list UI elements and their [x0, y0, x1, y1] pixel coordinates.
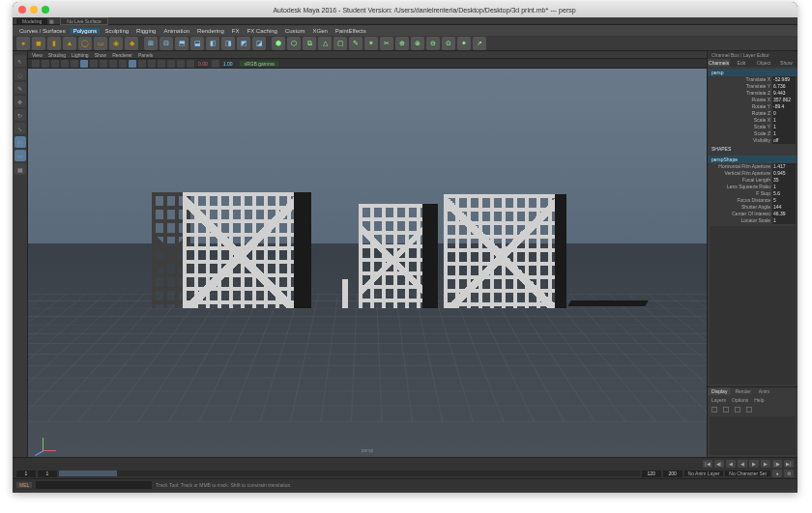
tab-show[interactable]: Show [775, 59, 798, 67]
attr-row[interactable]: Translate Y6.736 [708, 83, 798, 90]
script-mode-toggle[interactable]: MEL [16, 482, 32, 488]
anim-layer-dropdown[interactable]: No Anim Layer [684, 470, 724, 476]
combine-icon[interactable]: ⊞ [144, 37, 158, 50]
vp-film-gate-icon[interactable] [90, 60, 98, 68]
vp-shadows-icon[interactable] [158, 60, 165, 68]
attr-row[interactable]: Center Of Interest46.39 [708, 211, 798, 217]
workspace-dropdown[interactable]: Modeling [16, 18, 47, 24]
vp-gamma-icon[interactable] [212, 60, 219, 68]
bridge-icon[interactable]: ⬓ [190, 37, 204, 50]
layer-menu-layers[interactable]: Layers [711, 397, 726, 403]
cleanup-icon[interactable]: ✶ [364, 37, 378, 50]
shelf-tab[interactable]: Custom [282, 28, 308, 34]
layer-list[interactable] [710, 416, 796, 455]
shape-node-name[interactable]: perspShape [708, 156, 798, 163]
append-icon[interactable]: ◩ [237, 37, 250, 50]
autokey-icon[interactable]: ● [772, 470, 782, 477]
close-icon[interactable] [18, 6, 26, 14]
step-fwd-key-icon[interactable]: |▶ [772, 460, 782, 468]
attr-row[interactable]: Rotate Y-89.4 [708, 103, 798, 110]
vp-shaded-icon[interactable] [129, 60, 136, 68]
normal-icon[interactable]: ↗ [473, 37, 486, 50]
attr-row[interactable]: Scale Y1 [708, 124, 798, 130]
vp-grease-icon[interactable] [71, 60, 78, 68]
attr-row[interactable]: Scale Z1 [708, 130, 798, 137]
tab-edit[interactable]: Edit [730, 59, 752, 67]
shelf-tab[interactable]: Rendering [194, 28, 227, 34]
extrude-icon[interactable]: ⬒ [175, 37, 188, 50]
poly-plane-icon[interactable]: ▭ [94, 37, 107, 50]
shelf-tab[interactable]: Sculpting [102, 28, 131, 34]
shelf-tab[interactable]: Animation [160, 28, 192, 34]
poly-cylinder-icon[interactable]: ▮ [47, 37, 61, 50]
poly-cube-icon[interactable]: ◼ [32, 37, 45, 50]
vp-bookmark-icon[interactable] [42, 60, 49, 68]
step-fwd-icon[interactable]: ▶ [761, 460, 770, 468]
range-end-field[interactable]: 200 [663, 470, 682, 477]
vp-menu-show[interactable]: Show [95, 52, 107, 58]
prefs-icon[interactable]: ⚙ [784, 470, 794, 477]
shelf-tab-selected[interactable]: Polygons [71, 28, 101, 34]
step-back-key-icon[interactable]: ◀| [714, 460, 724, 468]
quad-icon[interactable]: ▢ [334, 37, 347, 50]
layer-menu-help[interactable]: Help [754, 397, 764, 403]
viewport[interactable]: persp [28, 69, 707, 457]
tab-object[interactable]: Object [753, 59, 775, 67]
poly-sphere-icon[interactable]: ● [16, 37, 30, 50]
range-slider[interactable] [59, 470, 640, 476]
vp-select-camera-icon[interactable] [32, 60, 40, 68]
separate-icon[interactable]: ⊟ [160, 37, 173, 50]
mirror-icon[interactable]: ⧉ [303, 37, 316, 50]
shelf-tab[interactable]: XGen [310, 28, 331, 34]
fill-icon[interactable]: ◨ [221, 37, 235, 50]
merge-icon[interactable]: ⊗ [411, 37, 424, 50]
go-start-icon[interactable]: |◀ [703, 460, 712, 468]
range-inner-end-field[interactable]: 120 [642, 470, 661, 477]
vp-isolate-icon[interactable] [167, 60, 175, 68]
vp-menu-panels[interactable]: Panels [138, 52, 153, 58]
shelf-tab[interactable]: FX Caching [244, 28, 279, 34]
color-management-dropdown[interactable]: sRGB gamma [240, 61, 277, 67]
edge-loop-icon[interactable]: ⊖ [426, 37, 440, 50]
smooth-icon[interactable]: ⬢ [272, 37, 285, 50]
collapse-icon[interactable]: ◪ [252, 37, 266, 50]
attr-row[interactable]: Locator Scale1 [708, 217, 798, 224]
tab-display[interactable]: Display [708, 387, 731, 395]
shelf-toggle-icon[interactable]: ▦ [47, 18, 56, 24]
vp-res-gate-icon[interactable] [100, 60, 107, 68]
attr-row[interactable]: Rotate X357.862 [708, 97, 798, 103]
range-start-field[interactable]: 1 [16, 470, 36, 477]
vp-gate-mask-icon[interactable] [109, 60, 117, 68]
offset-icon[interactable]: ⊙ [442, 37, 455, 50]
shelf-tab[interactable]: Curves / Surfaces [16, 28, 69, 34]
command-input[interactable] [36, 481, 152, 489]
paint-tool-icon[interactable]: ✎ [14, 82, 26, 94]
triangulate-icon[interactable]: △ [318, 37, 332, 50]
target-weld-icon[interactable]: ⊕ [395, 37, 409, 50]
attr-row[interactable]: Vertical Film Aperture0.945 [708, 170, 798, 177]
attr-row[interactable]: Focus Distance5 [708, 197, 798, 204]
vp-menu-view[interactable]: View [32, 52, 43, 58]
vp-grid-icon[interactable] [80, 60, 88, 68]
attr-row[interactable]: Shutter Angle144 [708, 204, 798, 211]
attr-row[interactable]: Translate X-52.989 [708, 76, 798, 83]
layout-single-icon[interactable]: ▭ [14, 150, 26, 161]
vp-2d-pan-icon[interactable] [61, 60, 69, 68]
layout-four-icon[interactable]: ▦ [14, 163, 26, 175]
attr-row[interactable]: Translate Z9.443 [708, 90, 798, 97]
vp-menu-renderer[interactable]: Renderer [112, 52, 132, 58]
shelf-tab[interactable]: FX [229, 28, 243, 34]
attr-row[interactable]: Lens Squeeze Ratio1 [708, 184, 798, 190]
play-fwd-icon[interactable]: ▶ [749, 460, 759, 468]
move-up-icon[interactable] [735, 407, 740, 413]
rotate-tool-icon[interactable]: ↻ [14, 109, 26, 121]
attr-row[interactable]: F Stop5.6 [708, 190, 798, 197]
attr-row[interactable]: Rotate Z0 [708, 110, 798, 117]
character-set-dropdown[interactable]: No Character Set [725, 470, 770, 476]
vp-lights-icon[interactable] [148, 60, 156, 68]
tab-channels[interactable]: Channels [708, 59, 730, 67]
vp-textured-icon[interactable] [138, 60, 146, 68]
attr-row[interactable]: Focal Length35 [708, 177, 798, 184]
shelf-tab[interactable]: Rigging [133, 28, 159, 34]
vp-exposure-icon[interactable] [187, 60, 194, 68]
